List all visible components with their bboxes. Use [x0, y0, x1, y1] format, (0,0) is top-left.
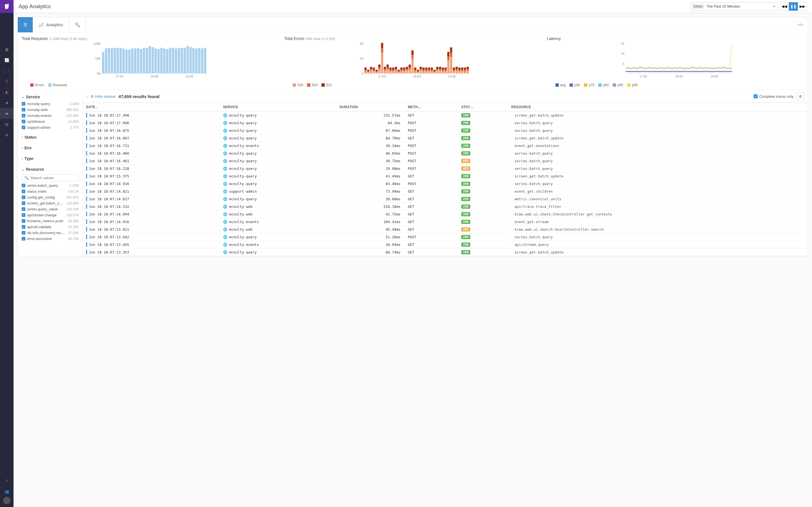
caret-right-icon: ›: [511, 144, 513, 147]
notebooks-icon[interactable]: ▤: [0, 119, 13, 129]
complete-traces-checkbox[interactable]: ✓ Complete traces only: [754, 94, 794, 99]
datadog-logo[interactable]: [0, 0, 13, 13]
code-export-button[interactable]: </>: [794, 22, 808, 27]
tab-search[interactable]: 🔍: [69, 17, 86, 33]
column-header[interactable]: DATE ↓: [83, 103, 220, 112]
legend-item[interactable]: p95: [613, 83, 623, 87]
svg-rect-115: [398, 71, 400, 72]
legend-item[interactable]: 504: [307, 83, 317, 87]
facet-item[interactable]: ✓mcnulty-web885.81K: [22, 107, 79, 113]
globe-icon: 🌐: [223, 205, 227, 209]
hide-sidebar-link[interactable]: ⚙ Hide sidebar: [91, 94, 116, 99]
table-row[interactable]: Jun 18 18:07:14.817 🌐mcnulty-query 28.68…: [83, 195, 808, 203]
svg-rect-55: [181, 48, 183, 73]
dashboard-icon[interactable]: ▦: [0, 44, 13, 55]
svg-rect-85: [370, 69, 372, 70]
facet-item[interactable]: ✓series.query_value183.33K: [22, 206, 79, 212]
legend-item[interactable]: 512: [321, 83, 332, 87]
status-badge: 403: [461, 166, 470, 171]
table-row[interactable]: Jun 18 18:07:17.096 🌐mcnulty-query 64.3m…: [83, 119, 808, 127]
table-row[interactable]: Jun 18 18:07:14.821 🌐support-admin 73.94…: [83, 187, 808, 195]
facet-item[interactable]: ✓synthtracer31.65K: [22, 119, 79, 124]
table-row[interactable]: Jun 18 18:07:13.642 🌐mcnulty-query 51.26…: [83, 233, 808, 241]
forward-button[interactable]: ▶▶: [798, 2, 807, 11]
legend-item[interactable]: p99: [627, 83, 638, 87]
table-row[interactable]: Jun 18 18:07:13.353 🌐mcnulty-query 68.74…: [83, 248, 808, 256]
legend-item[interactable]: avg: [555, 83, 566, 87]
facet-header[interactable]: ⌄Resource: [22, 165, 79, 173]
facet-item[interactable]: ✓mcnulty-query2.04M: [22, 101, 79, 107]
apm-icon[interactable]: ◐: [0, 87, 13, 98]
facet-item[interactable]: ✓api/cluster.change105.07K: [22, 212, 79, 218]
table-row[interactable]: Jun 18 18:07:16.807 🌐mcnulty-query 84.79…: [83, 134, 808, 142]
facet-item[interactable]: ✓config.get_config262.47K: [22, 194, 79, 200]
facet-item[interactable]: ✓screen_get.batch_update235.96K: [22, 200, 79, 206]
svg-rect-181: [458, 70, 461, 71]
search-icon: 🔍: [24, 176, 29, 180]
infra-icon[interactable]: ⋮⋮: [0, 65, 13, 76]
legend-item[interactable]: p90: [598, 83, 609, 87]
columns-settings-button[interactable]: ⚙: [797, 93, 804, 100]
facet-item[interactable]: ✓error.document45.79K: [22, 236, 79, 242]
trace-bar-icon: [86, 219, 87, 224]
table-row[interactable]: Jun 18 18:07:16.731 🌐mcnulty-events 38.3…: [83, 142, 808, 150]
metrics-icon[interactable]: 📈: [0, 55, 13, 65]
tab-list[interactable]: ☰: [18, 17, 33, 33]
svg-rect-177: [456, 70, 458, 73]
legend-item[interactable]: Errors: [30, 83, 44, 87]
logs-icon[interactable]: ≡: [0, 108, 13, 119]
table-row[interactable]: Jun 18 18:07:15.375 🌐mcnulty-query 41.49…: [83, 172, 808, 180]
table-row[interactable]: Jun 18 18:07:14.916 🌐mcnulty-query 83.46…: [83, 180, 808, 187]
table-row[interactable]: Jun 18 18:07:13.455 🌐mcnulty-events 28.0…: [83, 241, 808, 248]
chevron-left-icon[interactable]: ‹: [87, 94, 88, 99]
table-row[interactable]: Jun 18 18:07:13.821 🌐mcnulty-web 45.44ms…: [83, 226, 808, 233]
timerange-picker[interactable]: 15min The Past 15 Minutes ▾: [690, 2, 777, 11]
column-header[interactable]: DURATION: [337, 103, 405, 112]
legend-item[interactable]: Requests: [48, 83, 67, 87]
avatar[interactable]: [3, 497, 10, 504]
facet-header[interactable]: ⌄Service: [22, 93, 79, 101]
table-row[interactable]: Jun 18 18:07:14.332 🌐mcnulty-web 518.18m…: [83, 203, 808, 210]
facet-header[interactable]: ›Type: [22, 155, 79, 163]
table-row[interactable]: Jun 18 18:07:16.875 🌐mcnulty-query 67.66…: [83, 127, 808, 134]
facet-item[interactable]: ✓dd.utils.discovery.resolv…57.06K: [22, 230, 79, 236]
svg-rect-67: [198, 48, 200, 73]
table-row[interactable]: Jun 18 18:07:14.094 🌐mcnulty-web 42.75ms…: [83, 210, 808, 218]
svg-rect-146: [425, 68, 427, 70]
column-header[interactable]: RESOURCE: [508, 103, 808, 112]
legend-item[interactable]: p75: [584, 83, 594, 87]
facet-item[interactable]: ✓mcnulty-events223.05K: [22, 113, 79, 119]
column-header[interactable]: METH…: [405, 103, 459, 112]
facet-item[interactable]: ✓status.index533.2K: [22, 188, 79, 194]
facet-item[interactable]: ✓support-admin3.77K: [22, 124, 79, 130]
tab-analytics[interactable]: 📈 Analytics: [33, 17, 69, 33]
sliders-icon: ⚙: [91, 94, 94, 99]
table-row[interactable]: Jun 18 18:07:17.498 🌐mcnulty-query 232.5…: [83, 112, 808, 119]
svg-rect-124: [406, 69, 408, 70]
facet-header[interactable]: ›Status: [22, 133, 79, 141]
team-icon[interactable]: 👥: [0, 486, 13, 497]
facet-item[interactable]: ✓api/util.validate62.28K: [22, 224, 79, 230]
settings-icon[interactable]: ⚙: [0, 129, 13, 140]
facet-header[interactable]: ›Env: [22, 144, 79, 152]
monitors-icon[interactable]: ❗: [0, 76, 13, 87]
svg-rect-142: [423, 70, 425, 71]
table-row[interactable]: Jun 18 18:07:16.461 🌐mcnulty-query 30.75…: [83, 157, 808, 165]
pause-button[interactable]: ❚❚: [789, 2, 798, 11]
column-header[interactable]: STAT…: [458, 103, 508, 112]
legend-item[interactable]: 500: [293, 83, 303, 87]
facet-search-input[interactable]: [31, 176, 78, 180]
table-row[interactable]: Jun 18 18:07:14.016 🌐mcnulty-events 104.…: [83, 218, 808, 226]
table-row[interactable]: Jun 18 18:07:16.228 🌐mcnulty-query 19.08…: [83, 165, 808, 172]
integrations-icon[interactable]: ✚: [0, 98, 13, 108]
facet-item[interactable]: ✓frontend_metrics.push64.26K: [22, 218, 79, 224]
trace-bar-icon: [86, 189, 87, 193]
rewind-button[interactable]: ◀◀: [780, 2, 789, 11]
facet-search[interactable]: 🔍: [22, 174, 79, 181]
help-icon[interactable]: ?: [0, 475, 13, 486]
legend-item[interactable]: p50: [569, 83, 580, 87]
facet-item[interactable]: ✓series.batch_query1.03M: [22, 182, 79, 188]
column-header[interactable]: SERVICE: [220, 103, 337, 112]
trace-bar-icon: [86, 144, 87, 148]
table-row[interactable]: Jun 18 18:07:16.466 🌐mcnulty-query 46.65…: [83, 150, 808, 157]
